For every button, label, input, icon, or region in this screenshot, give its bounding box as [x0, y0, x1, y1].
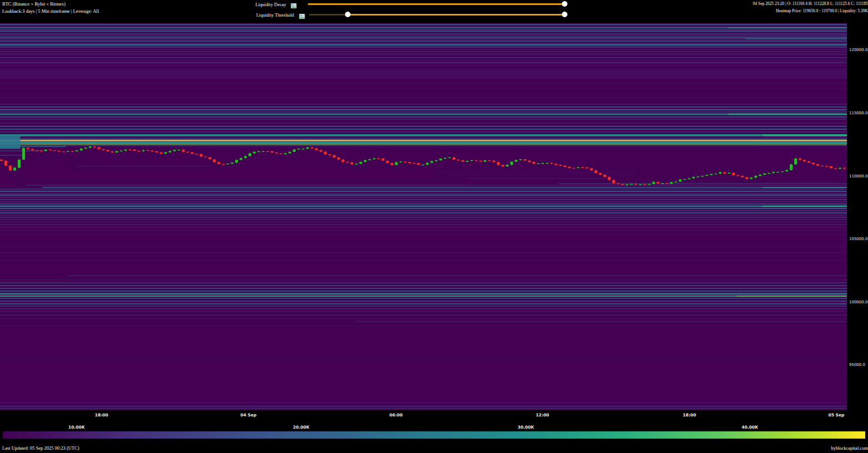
- footer-bar: Last Updated: 05 Sep 2025 00:23 (UTC) hy…: [0, 442, 868, 453]
- liquidity-threshold-slider[interactable]: [309, 14, 565, 16]
- time-axis-label: 05 Sep: [829, 413, 845, 418]
- liquidity-decay-fill: [308, 3, 565, 5]
- last-updated-text: Last Updated: 05 Sep 2025 00:23 (UTC): [2, 445, 79, 451]
- colorbar-tick-label: 30.00K: [517, 425, 534, 430]
- colorbar-tick-label: 10.00K: [68, 425, 85, 430]
- colorbar-scale-labels: 10.00K20.00K30.00K40.00K: [0, 424, 868, 430]
- time-axis-label: 12:00: [536, 413, 549, 418]
- price-axis: 120000.0115000.0110000.0105000.0100000.0…: [849, 0, 868, 410]
- liquidity-colorbar: [3, 431, 865, 439]
- header-bar: BTC (Binance + Bybit + Bitmex) Lookback:…: [0, 0, 868, 23]
- liquidity-decay-image-icon: [291, 1, 297, 7]
- price-axis-label: 110000.0: [849, 174, 867, 179]
- price-axis-label: 120000.0: [849, 48, 867, 52]
- liquidity-threshold-label: Liquidity Threshold: [250, 12, 294, 18]
- price-axis-label: 95000.0: [849, 363, 865, 367]
- liquidity-threshold-handle[interactable]: [345, 12, 351, 17]
- time-axis-label: 06:00: [389, 413, 403, 418]
- time-axis-label: 04 Sep: [241, 413, 257, 418]
- lookback-settings: Lookback:3 days | 5 Min timeframe | Leve…: [2, 8, 99, 14]
- chart-area[interactable]: [0, 23, 847, 410]
- liquidity-threshold-max-handle[interactable]: [562, 12, 567, 17]
- price-axis-label: 100000.0: [849, 300, 867, 304]
- liquidity-decay-label: Liquidity Decay: [242, 2, 286, 7]
- liquidity-decay-handle[interactable]: [562, 1, 567, 7]
- colorbar-tick-label: 20.00K: [293, 425, 309, 430]
- heatmap-canvas[interactable]: [0, 23, 847, 410]
- site-attribution: hyblockcapital.com: [831, 445, 868, 451]
- liquidity-decay-slider[interactable]: [308, 3, 565, 5]
- liquidity-threshold-image-icon: [299, 12, 305, 18]
- liquidity-threshold-fill: [348, 14, 565, 16]
- time-axis: 18:0004 Sep06:0012:0018:0005 Sep: [0, 411, 868, 419]
- time-axis-label: 18:00: [683, 413, 696, 418]
- symbol-title: BTC (Binance + Bybit + Bitmex): [2, 1, 65, 7]
- colorbar-tick-label: 40.00K: [742, 425, 758, 430]
- time-axis-label: 18:00: [95, 413, 108, 418]
- price-axis-label: 105000.0: [849, 237, 867, 241]
- price-axis-label: 115000.0: [849, 111, 867, 115]
